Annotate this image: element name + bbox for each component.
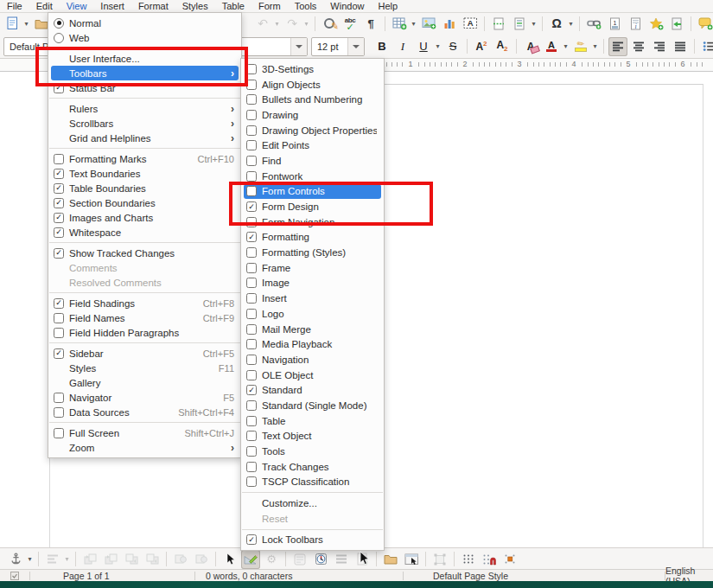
add-field-button[interactable]: [353, 550, 372, 569]
menu-item-formatting[interactable]: Formatting: [241, 230, 384, 246]
save-indicator[interactable]: [0, 570, 29, 582]
menubar-item-edit[interactable]: Edit: [29, 1, 60, 12]
menubar-item-help[interactable]: Help: [371, 1, 404, 12]
menu-item-table-boundaries[interactable]: Table Boundaries: [48, 181, 241, 195]
formatting-marks-button[interactable]: ¶: [361, 14, 380, 33]
font-size-combo[interactable]: 12 pt: [311, 37, 365, 56]
menu-item-grid-and-helplines[interactable]: Grid and Helplines›: [48, 131, 241, 145]
menu-item-ole-object[interactable]: OLE Object: [241, 368, 384, 383]
align-objects-dropdown-button[interactable]: ▾: [63, 555, 71, 563]
menu-item-tscp-classification[interactable]: TSCP Classification: [241, 475, 384, 490]
page-style-indicator[interactable]: Default Page Style: [404, 570, 665, 582]
menu-item-field-shadings[interactable]: Field ShadingsCtrl+F8: [48, 296, 241, 310]
menu-item-form-controls[interactable]: Form Controls: [244, 184, 381, 200]
menu-item-styles[interactable]: StylesF11: [48, 361, 241, 375]
language-indicator[interactable]: English (USA): [665, 570, 713, 582]
menu-item-media-playback[interactable]: Media Playback: [241, 336, 384, 352]
superscript-button[interactable]: A2: [472, 37, 491, 56]
insert-comment-button[interactable]: [696, 14, 713, 33]
menu-item-3d-settings[interactable]: 3D-Settings: [241, 61, 384, 77]
clear-formatting-button[interactable]: A: [521, 37, 540, 56]
menu-item-navigator[interactable]: NavigatorF5: [48, 390, 241, 405]
menu-item-mail-merge[interactable]: Mail Merge: [241, 322, 384, 337]
menu-item-sidebar[interactable]: SidebarCtrl+F5: [48, 346, 241, 361]
menu-item-web[interactable]: Web: [48, 30, 241, 45]
menu-item-fontwork[interactable]: Fontwork: [241, 169, 384, 184]
menubar-item-styles[interactable]: Styles: [175, 1, 215, 12]
insert-special-character-dropdown-button[interactable]: ▾: [567, 20, 575, 28]
page-indicator[interactable]: Page 1 of 1: [30, 570, 194, 582]
activation-order-button[interactable]: [332, 550, 351, 569]
font-size-dropdown-button[interactable]: [347, 38, 364, 55]
menubar-item-window[interactable]: Window: [323, 1, 371, 12]
paragraph-style-dropdown-button[interactable]: [290, 38, 307, 55]
menu-item-image[interactable]: Image: [241, 276, 384, 291]
anchor-button[interactable]: [6, 550, 25, 569]
menu-item-show-tracked-changes[interactable]: Show Tracked Changes: [48, 246, 241, 260]
font-color-dropdown-button[interactable]: ▾: [562, 42, 570, 50]
send-to-back-button[interactable]: [143, 550, 162, 569]
menu-item-resolved-comments[interactable]: Resolved Comments: [48, 275, 241, 290]
redo-button[interactable]: ↷: [283, 14, 302, 33]
menu-item-normal[interactable]: Normal: [48, 16, 241, 30]
menubar-item-table[interactable]: Table: [215, 1, 251, 12]
insert-field-button[interactable]: [510, 14, 529, 33]
bring-to-front-button[interactable]: [80, 550, 99, 569]
open-in-design-mode-button[interactable]: [381, 550, 400, 569]
menu-item-reset[interactable]: Reset: [241, 511, 384, 527]
undo-dropdown-button[interactable]: ▾: [273, 20, 281, 28]
auto-spellcheck-button[interactable]: abc✓: [341, 14, 360, 33]
menu-item-zoom[interactable]: Zoom›: [48, 440, 241, 455]
menubar-item-file[interactable]: File: [0, 1, 29, 12]
insert-chart-button[interactable]: [440, 14, 459, 33]
design-mode-button[interactable]: [241, 550, 260, 569]
menu-item-data-sources[interactable]: Data SourcesShift+Ctrl+F4: [48, 405, 241, 419]
menu-item-text-boundaries[interactable]: Text Boundaries: [48, 166, 241, 181]
menu-item-gallery[interactable]: Gallery: [48, 375, 241, 390]
menubar-item-view[interactable]: View: [60, 1, 94, 12]
menu-item-insert[interactable]: Insert: [241, 291, 384, 306]
anchor-dropdown-button[interactable]: ▾: [26, 555, 34, 563]
menu-item-customize[interactable]: Customize...: [241, 495, 384, 511]
insert-table-dropdown-button[interactable]: ▾: [410, 20, 417, 28]
bullet-list-button[interactable]: [699, 37, 713, 56]
menu-item-table[interactable]: Table: [241, 413, 384, 429]
form-properties-button[interactable]: [290, 550, 309, 569]
underline-dropdown-button[interactable]: ▾: [434, 42, 442, 50]
insert-page-count-button[interactable]: i: [626, 14, 645, 33]
insert-text-box-button[interactable]: A: [461, 14, 480, 33]
helplines-while-moving-button[interactable]: [500, 550, 519, 569]
align-center-button[interactable]: [629, 37, 648, 56]
menu-item-navigation[interactable]: Navigation: [241, 352, 384, 368]
highlight-color-button[interactable]: ✎: [571, 37, 590, 56]
menu-item-images-and-charts[interactable]: Images and Charts: [48, 210, 241, 225]
insert-cross-reference-button[interactable]: [667, 14, 686, 33]
find-and-replace-button[interactable]: ✎: [320, 14, 339, 33]
menu-item-form-design[interactable]: Form Design: [241, 199, 384, 214]
menubar-item-insert[interactable]: Insert: [93, 1, 131, 12]
to-foreground-button[interactable]: [171, 550, 190, 569]
align-right-button[interactable]: [650, 37, 669, 56]
menu-item-rulers[interactable]: Rulers›: [48, 101, 241, 116]
menubar-item-tools[interactable]: Tools: [288, 1, 324, 12]
menu-item-whitespace[interactable]: Whitespace: [48, 225, 241, 240]
menu-item-user-interface[interactable]: User Interface...: [48, 51, 241, 66]
bold-button[interactable]: B: [372, 37, 392, 56]
new-document-dropdown-button[interactable]: ▾: [22, 20, 30, 28]
insert-table-button[interactable]: [390, 14, 409, 33]
form-navigator-button[interactable]: [311, 550, 330, 569]
menu-item-toolbars[interactable]: Toolbars›: [51, 66, 239, 80]
menu-item-scrollbars[interactable]: Scrollbars›: [48, 116, 241, 131]
menu-item-bullets-and-numbering[interactable]: Bullets and Numbering: [241, 92, 384, 107]
new-document-button[interactable]: [3, 14, 22, 33]
menu-item-form-navigation[interactable]: Form Navigation: [241, 214, 384, 230]
select-button[interactable]: [220, 550, 239, 569]
back-one-button[interactable]: [122, 550, 141, 569]
menu-item-formatting-styles[interactable]: Formatting (Styles): [241, 245, 384, 260]
justify-button[interactable]: [671, 37, 690, 56]
menu-item-section-boundaries[interactable]: Section Boundaries: [48, 195, 241, 210]
menubar-item-format[interactable]: Format: [131, 1, 175, 12]
insert-bookmark-button[interactable]: [646, 14, 665, 33]
insert-special-character-button[interactable]: Ω: [547, 14, 566, 33]
insert-image-button[interactable]: [419, 14, 438, 33]
